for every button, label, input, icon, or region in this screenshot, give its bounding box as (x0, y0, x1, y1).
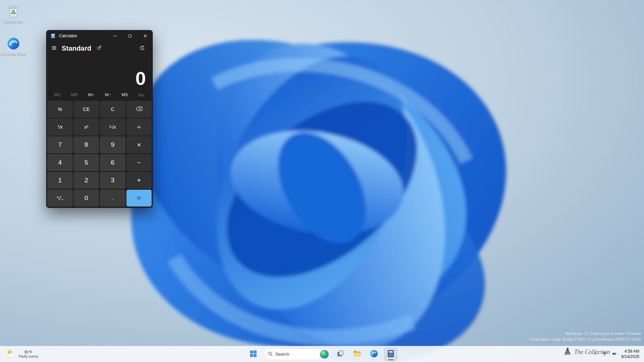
weather-text: 81°F Partly sunny (19, 350, 38, 359)
memory-store-button[interactable]: MS (116, 90, 133, 100)
key-subtract[interactable]: − (126, 154, 152, 171)
watermark-line-2: Evaluation copy. Build 27881.rs_prerelea… (530, 337, 641, 343)
memory-subtract-button[interactable]: M− (100, 90, 116, 100)
edge-icon (6, 36, 21, 51)
weather-icon (6, 349, 16, 360)
menu-button[interactable] (48, 43, 60, 54)
taskbar-center: Search (247, 348, 397, 361)
search-highlight-avatar[interactable] (320, 350, 329, 359)
start-icon (249, 350, 257, 359)
watermark-line-1: Windows 11 Enterprise Insider Preview (530, 331, 641, 337)
key-equals[interactable]: = (126, 190, 152, 206)
calculator-taskbar-button[interactable] (384, 348, 397, 361)
history-button[interactable] (137, 43, 148, 54)
widgets-weather-button[interactable]: 81°F Partly sunny (4, 346, 40, 362)
key-backspace[interactable] (126, 101, 152, 118)
chevron-up-icon (593, 352, 598, 357)
file-explorer-button[interactable] (351, 348, 364, 361)
search-box[interactable]: Search (263, 349, 330, 360)
file-explorer-icon (353, 349, 362, 359)
tray-time: 4:58 AM (625, 349, 639, 354)
search-label: Search (275, 352, 289, 357)
calculator-app-icon (50, 33, 56, 39)
window-title: Calculator (59, 34, 77, 38)
key-6[interactable]: 6 (100, 154, 125, 171)
desktop-icon-label: Recycle Bin (4, 19, 23, 24)
key-add[interactable]: + (126, 172, 152, 189)
key-5[interactable]: 5 (74, 154, 99, 171)
memory-row: MC MR M+ M− MS M∨ (46, 90, 153, 100)
key-2[interactable]: 2 (74, 172, 99, 189)
volume-icon (611, 351, 617, 358)
network-button[interactable] (600, 348, 609, 360)
task-view-button[interactable] (334, 348, 347, 361)
calculator-window: Calculator Standard (46, 30, 153, 208)
key-8[interactable]: 8 (74, 136, 99, 153)
key-reciprocal[interactable]: ⅟x (47, 119, 73, 135)
calculator-icon (387, 350, 395, 359)
maximize-icon (128, 35, 131, 38)
minimize-button[interactable] (107, 30, 122, 42)
task-view-icon (336, 350, 344, 359)
memory-clear-button[interactable]: MC (49, 90, 66, 100)
memory-add-button[interactable]: M+ (83, 90, 99, 100)
key-percent[interactable]: % (47, 101, 73, 118)
key-7[interactable]: 7 (47, 136, 73, 153)
desktop-icon-microsoft-edge[interactable]: Microsoft Edge (1, 36, 26, 56)
key-square-root[interactable]: ²√x (100, 119, 125, 135)
key-3[interactable]: 3 (100, 172, 125, 189)
weather-temp: 81°F (19, 350, 38, 354)
window-controls (107, 30, 153, 42)
close-button[interactable] (138, 30, 153, 42)
menu-icon (51, 45, 57, 52)
calculator-display: 0 (46, 55, 153, 90)
hidden-icons-button[interactable] (592, 348, 599, 360)
key-4[interactable]: 4 (47, 154, 73, 171)
key-square[interactable]: x² (74, 119, 99, 135)
minimize-icon (113, 36, 117, 36)
keep-on-top-icon (97, 45, 102, 51)
desktop-icon-recycle-bin[interactable]: Recycle Bin (1, 4, 26, 24)
backspace-icon (136, 106, 143, 112)
desktop-icon-label: Microsoft Edge (1, 52, 25, 56)
system-tray: 4:58 AM 6/14/2025 (592, 346, 643, 362)
edge-taskbar-button[interactable] (367, 348, 381, 361)
clock-button[interactable]: 4:58 AM 6/14/2025 (620, 348, 643, 360)
start-button[interactable] (247, 348, 260, 361)
key-decimal[interactable]: . (100, 190, 125, 206)
weather-condition: Partly sunny (19, 354, 38, 359)
key-0[interactable]: 0 (74, 190, 99, 206)
search-icon (268, 351, 273, 357)
calculator-header: Standard (46, 42, 153, 55)
volume-button[interactable] (610, 348, 619, 360)
key-clear-entry[interactable]: CE (74, 101, 99, 118)
recycle-bin-icon (6, 4, 21, 19)
memory-flyout-button[interactable]: M∨ (133, 90, 150, 100)
calculator-keypad: % CE C ⅟x x² ²√x ÷ 7 8 9 × 4 5 6 − 1 2 3… (46, 100, 153, 208)
maximize-button[interactable] (122, 30, 138, 42)
close-icon (144, 34, 147, 39)
edge-icon (370, 349, 378, 359)
keep-on-top-button[interactable] (93, 43, 105, 54)
history-icon (140, 45, 145, 52)
key-9[interactable]: 9 (100, 136, 125, 153)
key-multiply[interactable]: × (126, 136, 152, 153)
taskbar: 81°F Partly sunny Search (0, 346, 644, 362)
tray-date: 6/14/2025 (622, 354, 639, 360)
key-1[interactable]: 1 (47, 172, 73, 189)
key-divide[interactable]: ÷ (126, 119, 152, 135)
wifi-icon (602, 351, 607, 358)
memory-recall-button[interactable]: MR (66, 90, 83, 100)
os-build-watermark: Windows 11 Enterprise Insider Preview Ev… (530, 331, 641, 343)
key-clear[interactable]: C (100, 101, 125, 118)
key-negate[interactable]: ⁺⁄₋ (47, 190, 73, 206)
calculator-titlebar[interactable]: Calculator (46, 30, 153, 42)
mode-title: Standard (62, 45, 91, 52)
